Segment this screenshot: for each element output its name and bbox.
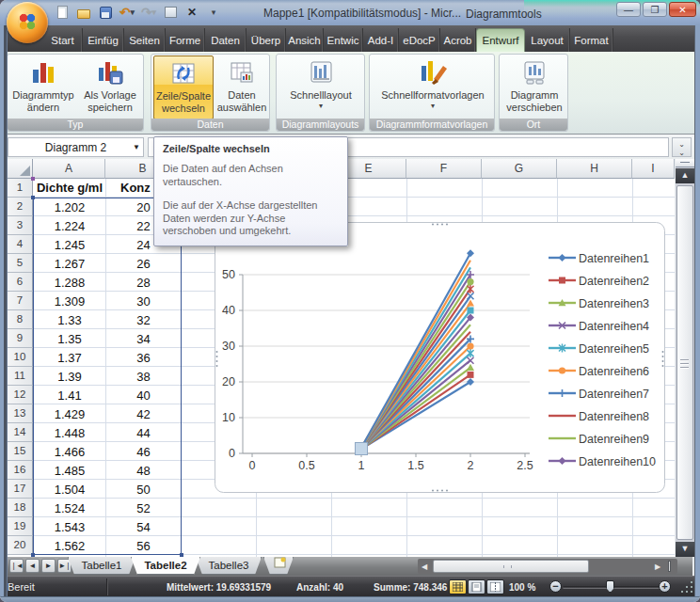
row-header-5[interactable]: 5 <box>8 254 33 273</box>
ribbon-tab-acrob[interactable]: Acrob <box>440 28 476 52</box>
undo-icon[interactable]: ↶▾ <box>119 5 135 20</box>
paste-icon[interactable] <box>163 5 178 20</box>
row-header-3[interactable]: 3 <box>8 216 33 235</box>
page-break-view-button[interactable] <box>486 579 504 594</box>
sheet-tab-tabelle3[interactable]: Tabelle3 <box>196 557 262 575</box>
zoom-slider-thumb[interactable] <box>606 580 614 593</box>
range-handle[interactable] <box>31 196 35 199</box>
open-icon[interactable] <box>76 5 91 20</box>
group-label-diagrammlayouts[interactable]: Diagrammlayouts <box>277 119 364 131</box>
ribbon-tab-layout[interactable]: Layout <box>525 28 570 52</box>
new-document-icon[interactable] <box>55 5 70 20</box>
sheet-tab-tabelle2[interactable]: Tabelle2 <box>131 557 200 575</box>
ribbon-tab-forme[interactable]: Forme <box>166 28 205 52</box>
group-label-ort[interactable]: Ort <box>500 119 567 131</box>
ribbon-tab-entwic[interactable]: Entwic <box>324 28 363 52</box>
vertical-scrollbar-thumb[interactable] <box>676 185 693 540</box>
group-label-diagrammformatvorlagen[interactable]: Diagrammformatvorlagen <box>370 119 494 131</box>
als-vorlage-speichern-button[interactable]: Als Vorlage speichern <box>77 55 143 119</box>
row-header-19[interactable]: 19 <box>8 517 33 536</box>
row-header-14[interactable]: 14 <box>8 423 33 442</box>
chart-canvas[interactable]: 0102030405000.511.522.5Datenreihen1Daten… <box>215 222 665 493</box>
row-header-8[interactable]: 8 <box>8 310 33 329</box>
row-header-13[interactable]: 13 <box>8 404 33 423</box>
chart-styles-icon <box>417 55 449 89</box>
ribbon-tab-format[interactable]: Format <box>570 28 613 52</box>
row-header-9[interactable]: 9 <box>8 329 33 348</box>
name-box-dropdown-icon[interactable]: ▼ <box>133 143 140 151</box>
name-box[interactable]: Diagramm 2▼ <box>8 137 144 157</box>
scroll-left-icon[interactable]: ◀ <box>422 562 427 571</box>
daten-auswaehlen-button[interactable]: Daten auswählen <box>215 55 268 119</box>
tab-split-handle[interactable] <box>668 561 671 572</box>
insert-worksheet-tab[interactable] <box>263 557 294 575</box>
ribbon-group-diagrammlayouts: Schnelllayout ▾ Diagrammlayouts <box>276 54 365 132</box>
diagrammtyp-aendern-button[interactable]: Diagrammtyp ändern <box>11 55 75 119</box>
save-icon[interactable] <box>98 5 113 20</box>
scroll-right-icon[interactable]: ▶ <box>655 562 660 571</box>
row-header-7[interactable]: 7 <box>8 292 33 310</box>
resize-grip[interactable] <box>680 581 693 594</box>
zoom-out-icon[interactable]: − <box>549 580 562 593</box>
group-label-daten[interactable]: Daten <box>151 119 269 131</box>
ribbon-tab-einfüg[interactable]: Einfüg <box>83 28 124 52</box>
select-all-corner[interactable] <box>8 159 33 179</box>
column-header-I[interactable]: I <box>632 159 675 179</box>
vertical-scrollbar[interactable]: ▲ ▼ <box>676 159 694 557</box>
row-header-16[interactable]: 16 <box>8 461 33 480</box>
row-header-11[interactable]: 11 <box>8 367 33 386</box>
column-header-A[interactable]: A <box>33 159 105 179</box>
sheet-tab-tabelle1[interactable]: Tabelle1 <box>68 557 135 575</box>
column-header-G[interactable]: G <box>482 159 557 179</box>
close-qat-icon[interactable]: ✕ <box>184 5 199 20</box>
chart-object[interactable]: 0102030405000.511.522.5Datenreihen1Daten… <box>215 222 665 493</box>
scrollbar-split-handle[interactable] <box>676 159 694 167</box>
save-template-icon <box>96 55 124 89</box>
schnellformatvorlagen-button[interactable]: Schnellformatvorlagen ▾ <box>374 55 492 119</box>
row-header-18[interactable]: 18 <box>8 499 33 517</box>
horizontal-scrollbar-thumb[interactable] <box>433 560 589 573</box>
scroll-down-icon[interactable]: ▼ <box>676 542 694 557</box>
row-header-6[interactable]: 6 <box>8 273 33 292</box>
ribbon-tab-seiten[interactable]: Seiten <box>124 28 166 52</box>
schnelllayout-button[interactable]: Schnelllayout ▾ <box>283 55 358 119</box>
ribbon-tab-add-i[interactable]: Add-I <box>363 28 399 52</box>
normal-view-button[interactable] <box>449 579 467 594</box>
page-layout-view-button[interactable] <box>468 579 485 594</box>
group-label-typ[interactable]: Typ <box>8 119 143 131</box>
column-header-H[interactable]: H <box>557 159 632 179</box>
svg-text:0.5: 0.5 <box>298 459 314 472</box>
ribbon-tab-ansich[interactable]: Ansich <box>286 28 324 52</box>
qat-dropdown-icon[interactable]: ▾ <box>206 5 221 20</box>
next-sheet-icon[interactable]: ► <box>41 559 56 573</box>
maximize-button[interactable]: ❐ <box>643 2 667 17</box>
formula-bar-expand-icon[interactable]: ⌄⌄ <box>672 137 692 157</box>
row-header-20[interactable]: 20 <box>8 536 33 555</box>
ribbon-tab-start[interactable]: Start <box>43 28 83 52</box>
ribbon-tab-daten[interactable]: Daten <box>205 28 247 52</box>
ribbon-tab-überp[interactable]: Überp <box>247 28 286 52</box>
row-header-12[interactable]: 12 <box>8 386 33 404</box>
scroll-up-icon[interactable]: ▲ <box>676 168 694 183</box>
prev-sheet-icon[interactable]: ◄ <box>25 559 40 573</box>
row-header-17[interactable]: 17 <box>8 480 33 499</box>
office-button[interactable] <box>7 2 48 43</box>
redo-icon[interactable]: ↷▾ <box>141 5 156 20</box>
ribbon-tab-entwurf[interactable]: Entwurf <box>476 28 525 52</box>
first-sheet-icon[interactable]: ❘◄ <box>9 559 24 573</box>
ribbon-tab-edocp[interactable]: eDocP <box>399 28 440 52</box>
diagramm-verschieben-button[interactable]: Diagramm verschieben <box>502 55 566 119</box>
close-button[interactable]: ✕ <box>669 2 696 17</box>
range-handle[interactable] <box>31 177 35 181</box>
row-header-2[interactable]: 2 <box>8 198 33 216</box>
column-header-F[interactable]: F <box>406 159 482 179</box>
row-header-4[interactable]: 4 <box>8 235 33 254</box>
zeile-spalte-wechseln-button[interactable]: Zeile/Spalte wechseln <box>153 55 214 119</box>
cell-A1[interactable]: Dichte g/ml <box>34 181 105 195</box>
horizontal-scrollbar[interactable]: ◀ ▶ <box>418 559 677 574</box>
minimize-button[interactable]: — <box>616 2 641 17</box>
zoom-in-icon[interactable]: + <box>659 580 671 593</box>
row-header-10[interactable]: 10 <box>8 348 33 367</box>
row-header-15[interactable]: 15 <box>8 442 33 461</box>
row-header-1[interactable]: 1 <box>8 179 33 198</box>
